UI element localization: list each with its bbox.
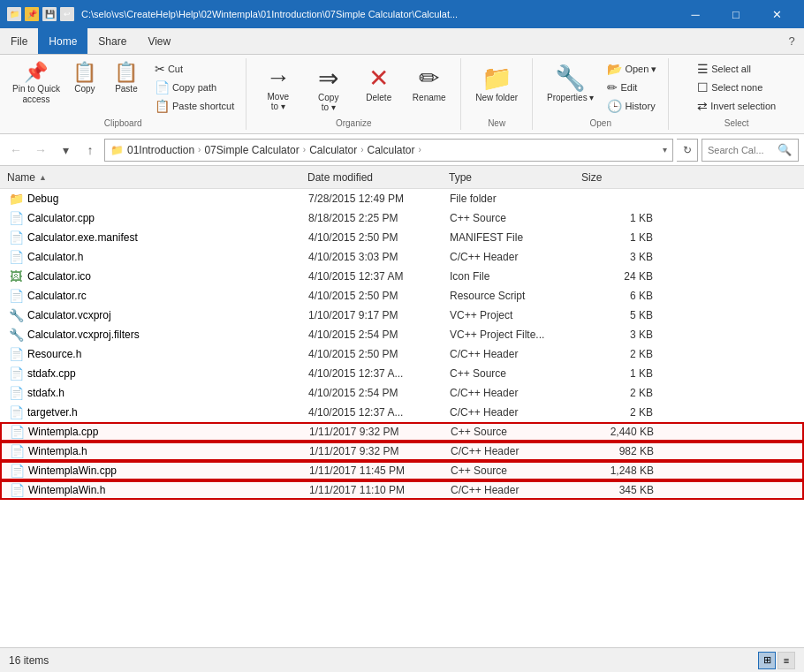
file-name: Calculator.rc	[27, 290, 308, 302]
file-size: 3 KB	[582, 251, 653, 263]
file-size: 2 KB	[582, 348, 653, 360]
edit-button[interactable]: ✏ Edit	[603, 79, 661, 96]
path-icon: 📁	[110, 144, 124, 156]
select-none-button[interactable]: ☐ Select none	[693, 79, 780, 96]
col-size-header[interactable]: Size	[581, 171, 652, 184]
menu-file[interactable]: File	[0, 28, 38, 54]
table-row[interactable]: 🔧 Calculator.vcxproj 1/10/2017 9:17 PM V…	[0, 306, 804, 325]
file-name: Calculator.h	[27, 251, 308, 263]
table-row[interactable]: 📁 Debug 7/28/2015 12:49 PM File folder	[0, 189, 804, 208]
table-row[interactable]: 📄 targetver.h 4/10/2015 12:37 A... C/C++…	[0, 403, 804, 422]
paste-button[interactable]: 📋 Paste	[104, 60, 148, 97]
file-date: 4/10/2015 2:50 PM	[308, 231, 450, 244]
file-header: Name ▲ Date modified Type Size	[0, 166, 804, 189]
file-name: Resource.h	[27, 348, 308, 360]
move-to-button[interactable]: → Moveto ▾	[254, 60, 302, 115]
table-row[interactable]: 📄 Calculator.rc 4/10/2015 2:50 PM Resour…	[0, 286, 804, 306]
menu-view[interactable]: View	[137, 28, 181, 54]
organize-label: Organize	[250, 118, 457, 130]
file-name: stdafx.cpp	[27, 367, 308, 380]
copy-button[interactable]: 📋 Copy	[67, 60, 102, 97]
file-date: 8/18/2015 2:25 PM	[308, 212, 450, 224]
table-row[interactable]: 🔧 Calculator.vcxproj.filters 4/10/2015 2…	[0, 325, 804, 344]
copy-to-button[interactable]: ⇒ Copyto ▾	[304, 60, 353, 116]
properties-button[interactable]: 🔧 Properties ▾	[540, 60, 601, 106]
up-button[interactable]: ↑	[80, 140, 101, 161]
table-row[interactable]: 📄 WintemplaWin.h 1/11/2017 11:10 PM C/C+…	[0, 480, 804, 500]
file-name: WintemplaWin.cpp	[28, 464, 309, 477]
help-button[interactable]: ?	[779, 28, 804, 54]
new-label: New	[465, 118, 528, 130]
file-size: 3 KB	[582, 328, 653, 341]
file-name: Wintempla.cpp	[28, 426, 309, 438]
file-list: 📁 Debug 7/28/2015 12:49 PM File folder 📄…	[0, 189, 804, 647]
table-row[interactable]: 📄 Wintempla.cpp 1/11/2017 9:32 PM C++ So…	[0, 422, 804, 442]
table-row[interactable]: 📄 Calculator.h 4/10/2015 3:03 PM C/C++ H…	[0, 247, 804, 267]
cut-button[interactable]: ✂ Cut	[150, 60, 239, 78]
table-row[interactable]: 📄 stdafx.h 4/10/2015 2:54 PM C/C++ Heade…	[0, 383, 804, 403]
menu-home[interactable]: Home	[38, 28, 87, 54]
close-button[interactable]: ✕	[756, 0, 797, 28]
table-row[interactable]: 📄 WintemplaWin.cpp 1/11/2017 11:45 PM C+…	[0, 461, 804, 480]
table-row[interactable]: 📄 Resource.h 4/10/2015 2:50 PM C/C++ Hea…	[0, 344, 804, 364]
recent-locations-button[interactable]: ▾	[55, 140, 76, 161]
paste-label: Paste	[115, 84, 138, 94]
address-path[interactable]: 📁 01Introduction › 07Simple Calculator ›…	[104, 139, 673, 162]
file-type: VC++ Project	[450, 309, 582, 321]
invert-label: Invert selection	[710, 101, 776, 111]
rename-button[interactable]: ✏ Rename	[405, 60, 453, 106]
search-input[interactable]	[708, 145, 774, 155]
table-row[interactable]: 🖼 Calculator.ico 4/10/2015 12:37 AM Icon…	[0, 267, 804, 286]
minimize-button[interactable]: ─	[675, 0, 716, 28]
copy-path-button[interactable]: 📄 Copy path	[150, 79, 239, 96]
file-size: 1 KB	[582, 231, 653, 244]
file-date: 1/10/2017 9:17 PM	[308, 309, 450, 321]
copy-icon: 📋	[72, 63, 96, 82]
invert-selection-button[interactable]: ⇄ Invert selection	[693, 97, 780, 115]
select-label: Select	[672, 118, 800, 130]
file-size: 2,440 KB	[583, 426, 654, 438]
address-dropdown[interactable]: ▾	[663, 145, 667, 155]
file-icon: 📄	[9, 463, 25, 479]
path-seg4: Calculator	[368, 144, 415, 156]
file-date: 7/28/2015 12:49 PM	[308, 193, 450, 205]
col-date-header[interactable]: Date modified	[307, 171, 449, 184]
col-type-header[interactable]: Type	[449, 171, 581, 184]
file-icon: 📁	[8, 191, 24, 207]
file-type: MANIFEST File	[450, 231, 582, 244]
back-button[interactable]: ←	[5, 140, 27, 161]
menu-bar: File Home Share View ?	[0, 28, 804, 55]
pin-quick-access-button[interactable]: 📌 Pin to Quickaccess	[7, 60, 65, 108]
select-content: ☰ Select all ☐ Select none ⇄ Invert sele…	[689, 58, 784, 118]
paste-shortcut-button[interactable]: 📋 Paste shortcut	[150, 97, 239, 115]
maximize-button[interactable]: □	[716, 0, 756, 28]
refresh-button[interactable]: ↻	[677, 139, 698, 162]
file-type: C/C++ Header	[450, 406, 582, 419]
forward-button[interactable]: →	[30, 140, 51, 161]
quick-access-icon: 📁	[7, 7, 21, 21]
new-folder-button[interactable]: 📁 New folder	[468, 60, 525, 106]
file-icon: 🖼	[8, 268, 24, 284]
undo-icon: ↩	[60, 7, 74, 21]
col-name-header[interactable]: Name ▲	[7, 171, 307, 184]
file-icon: 📄	[8, 404, 24, 420]
file-type: C/C++ Header	[451, 445, 583, 457]
table-row[interactable]: 📄 stdafx.cpp 4/10/2015 12:37 A... C++ So…	[0, 364, 804, 383]
file-type: File folder	[450, 193, 582, 205]
file-size: 2 KB	[582, 406, 653, 419]
scissors-icon: ✂	[155, 62, 165, 76]
select-all-button[interactable]: ☰ Select all	[693, 60, 780, 78]
table-row[interactable]: 📄 Calculator.exe.manifest 4/10/2015 2:50…	[0, 228, 804, 247]
list-view-button[interactable]: ≡	[777, 652, 795, 669]
grid-view-button[interactable]: ⊞	[758, 652, 776, 669]
file-name: targetver.h	[27, 406, 308, 419]
table-row[interactable]: 📄 Calculator.cpp 8/18/2015 2:25 PM C++ S…	[0, 208, 804, 228]
file-date: 4/10/2015 2:50 PM	[308, 348, 450, 360]
edit-icon: ✏	[607, 80, 618, 94]
delete-button[interactable]: ✕ Delete	[354, 60, 403, 106]
open-button[interactable]: 📂 Open ▾	[603, 60, 661, 78]
file-date: 1/11/2017 9:32 PM	[309, 426, 451, 438]
menu-share[interactable]: Share	[87, 28, 137, 54]
history-button[interactable]: 🕒 History	[603, 97, 661, 115]
table-row[interactable]: 📄 Wintempla.h 1/11/2017 9:32 PM C/C++ He…	[0, 442, 804, 461]
